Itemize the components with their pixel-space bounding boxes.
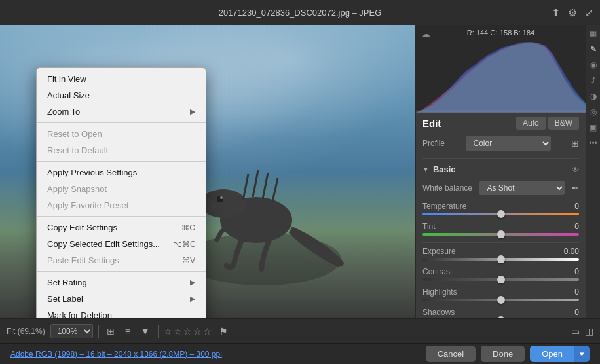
tint-track[interactable] (422, 233, 579, 236)
menu-item-actual-size[interactable]: Actual Size (37, 87, 206, 103)
copy-edit-shortcut: ⌘C (181, 223, 195, 232)
toolbar-separator-2 (158, 325, 159, 338)
bottom-toolbar: Fit (69.1%) 100% ⊞ ≡ ▼ ☆ ☆ ☆ ☆ ☆ ⚑ ▭ ◫ (0, 318, 600, 343)
done-button[interactable]: Done (481, 346, 525, 362)
status-info[interactable]: Adobe RGB (1998) – 16 bit – 2048 x 1366 … (10, 350, 222, 359)
temperature-value: 0 (559, 202, 579, 211)
share-icon[interactable]: ⬆ (552, 7, 560, 19)
contrast-value: 0 (559, 267, 579, 276)
temperature-label: Temperature (422, 202, 466, 211)
more-side-icon[interactable]: ••• (589, 139, 597, 148)
menu-item-zoom-to[interactable]: Zoom To ▶ (37, 103, 206, 120)
zoom-select[interactable]: 100% (50, 324, 93, 338)
flag-icon[interactable]: ⚑ (217, 325, 231, 338)
tint-thumb[interactable] (497, 230, 505, 238)
basic-collapse-arrow[interactable]: ▼ (422, 166, 429, 173)
star-4[interactable]: ☆ (193, 326, 202, 337)
menu-item-copy-edit[interactable]: Copy Edit Settings ⌘C (37, 219, 206, 236)
edit-panel-scroll[interactable]: Edit Auto B&W Profile Color ⊞ ▼ Basic (416, 110, 586, 318)
menu-item-set-label[interactable]: Set Label ▶ (37, 291, 206, 307)
right-panel: R: 144 G: 158 B: 184 ☁ Edit Auto B&W (415, 25, 586, 318)
set-label-arrow: ▶ (190, 295, 195, 303)
contrast-thumb[interactable] (497, 276, 505, 283)
contrast-slider-row: Contrast 0 (422, 267, 579, 281)
title-bar-icons: ⬆ ⚙ ⤢ (552, 7, 593, 19)
tint-label: Tint (422, 222, 436, 231)
compare-icon[interactable]: ◫ (585, 326, 593, 337)
filter-icon[interactable]: ▼ (138, 325, 153, 338)
set-rating-arrow: ▶ (190, 278, 195, 287)
star-5[interactable]: ☆ (203, 326, 212, 337)
histogram-chart (416, 41, 586, 113)
open-button-group: Open ▾ (530, 346, 590, 362)
title-bar: 20171230_072836_DSC02072.jpg – JPEG ⬆ ⚙ … (0, 0, 600, 25)
bw-button[interactable]: B&W (548, 117, 579, 130)
open-dropdown-button[interactable]: ▾ (574, 346, 590, 362)
edit-header: Edit Auto B&W (422, 117, 579, 130)
lens-side-icon[interactable]: ◎ (590, 107, 597, 117)
menu-item-set-rating[interactable]: Set Rating ▶ (37, 274, 206, 291)
toolbar-separator-1 (98, 325, 99, 338)
exposure-track[interactable] (422, 258, 579, 261)
open-button[interactable]: Open (530, 346, 574, 362)
edit-header-buttons: Auto B&W (516, 117, 579, 130)
histogram-area: R: 144 G: 158 B: 184 ☁ (416, 25, 586, 110)
svg-point-5 (220, 196, 223, 199)
list-icon[interactable]: ≡ (122, 325, 133, 338)
exposure-value: 0.00 (559, 247, 579, 256)
exposure-thumb[interactable] (497, 255, 505, 263)
contrast-label: Contrast (422, 267, 452, 276)
menu-item-apply-favorite: Apply Favorite Preset (37, 197, 206, 213)
white-balance-row: White balance As Shot ✒ (422, 181, 579, 195)
histogram-side-icon[interactable]: ▦ (590, 29, 597, 38)
grid-icon[interactable]: ⊞ (104, 325, 117, 338)
star-1[interactable]: ☆ (164, 326, 172, 337)
histogram-cloud-icon: ☁ (421, 29, 430, 39)
settings-icon[interactable]: ⚙ (568, 7, 577, 19)
temperature-thumb[interactable] (497, 210, 505, 218)
star-rating-row: ☆ ☆ ☆ ☆ ☆ (164, 326, 212, 337)
basic-eye-icon[interactable]: 👁 (572, 166, 579, 173)
temperature-label-row: Temperature 0 (422, 202, 579, 211)
cancel-button[interactable]: Cancel (426, 346, 476, 362)
crop-icon[interactable]: ▭ (571, 326, 580, 337)
highlights-label: Highlights (422, 287, 457, 297)
menu-item-mark-deletion[interactable]: Mark for Deletion (37, 307, 206, 318)
main-content: Fit in View Actual Size Zoom To ▶ Reset … (0, 25, 600, 318)
menu-item-paste-edit: Paste Edit Settings ⌘V (37, 252, 206, 268)
highlights-track[interactable] (422, 299, 579, 301)
zoom-to-arrow: ▶ (190, 107, 195, 116)
curves-side-icon[interactable]: ⤴ (591, 76, 595, 85)
star-3[interactable]: ☆ (183, 326, 192, 337)
eyedropper-icon[interactable]: ✒ (571, 183, 579, 193)
menu-item-copy-selected[interactable]: Copy Selected Edit Settings... ⌥⌘C (37, 236, 206, 252)
separator-2 (37, 161, 206, 162)
wb-select[interactable]: As Shot (479, 181, 565, 195)
menu-item-reset-to-open: Reset to Open (37, 126, 206, 142)
panel-side-icons: ▦ ✎ ◉ ⤴ ◑ ◎ ▣ ••• (586, 25, 600, 318)
status-bar: Adobe RGB (1998) – 16 bit – 2048 x 1366 … (0, 343, 600, 364)
paste-edit-shortcut: ⌘V (182, 256, 195, 265)
shadows-slider-row: Shadows 0 (422, 308, 579, 318)
contrast-track[interactable] (422, 278, 579, 281)
basic-section-header: ▼ Basic 👁 (422, 158, 579, 174)
auto-button[interactable]: Auto (516, 117, 546, 130)
expand-icon[interactable]: ⤢ (585, 7, 593, 19)
edit-side-icon[interactable]: ✎ (590, 45, 597, 54)
shadows-value: 0 (559, 308, 579, 317)
profile-select[interactable]: Color (466, 136, 551, 151)
zoom-label: Fit (69.1%) (7, 327, 45, 336)
temperature-slider-row: Temperature 0 (422, 202, 579, 215)
highlights-thumb[interactable] (497, 296, 505, 304)
color-side-icon[interactable]: ◑ (590, 92, 597, 101)
menu-item-apply-previous[interactable]: Apply Previous Settings (37, 164, 206, 181)
star-2[interactable]: ☆ (174, 326, 182, 337)
detail-side-icon[interactable]: ◉ (590, 60, 597, 69)
geometry-side-icon[interactable]: ▣ (590, 123, 597, 132)
profile-grid-icon[interactable]: ⊞ (571, 138, 579, 149)
context-menu: Fit in View Actual Size Zoom To ▶ Reset … (36, 67, 206, 318)
temperature-track[interactable] (422, 213, 579, 215)
shadows-label: Shadows (422, 308, 455, 317)
menu-item-fit-in-view[interactable]: Fit in View (37, 71, 206, 87)
separator-1 (37, 122, 206, 123)
